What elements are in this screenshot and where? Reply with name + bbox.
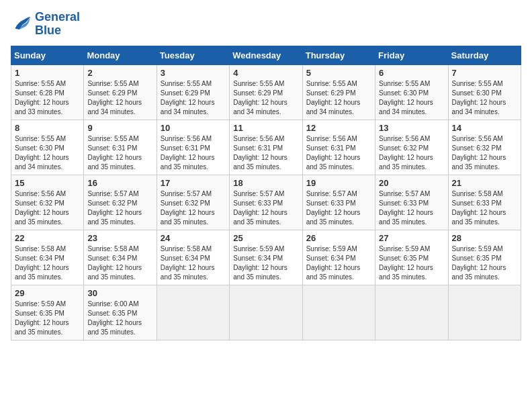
empty-cell — [375, 285, 448, 340]
day-info: Sunrise: 5:58 AMSunset: 6:34 PMDaylight:… — [87, 245, 142, 281]
calendar-day-4: 4 Sunrise: 5:55 AMSunset: 6:29 PMDayligh… — [230, 64, 302, 120]
calendar-day-25: 25 Sunrise: 5:59 AMSunset: 6:34 PMDaylig… — [230, 230, 302, 285]
calendar-day-10: 10 Sunrise: 5:56 AMSunset: 6:31 PMDaylig… — [157, 120, 229, 175]
weekday-header-friday: Friday — [375, 46, 448, 64]
day-number: 20 — [379, 178, 444, 188]
day-info: Sunrise: 5:56 AMSunset: 6:32 PMDaylight:… — [379, 135, 433, 171]
day-number: 16 — [87, 178, 152, 188]
weekday-header-thursday: Thursday — [302, 46, 375, 64]
day-number: 30 — [87, 288, 152, 298]
day-info: Sunrise: 5:55 AMSunset: 6:30 PMDaylight:… — [379, 80, 433, 116]
day-info: Sunrise: 5:55 AMSunset: 6:29 PMDaylight:… — [161, 80, 215, 116]
calendar-day-12: 12 Sunrise: 5:56 AMSunset: 6:31 PMDaylig… — [302, 120, 375, 175]
calendar-day-28: 28 Sunrise: 5:59 AMSunset: 6:35 PMDaylig… — [448, 230, 521, 285]
day-number: 9 — [87, 123, 152, 133]
day-number: 25 — [233, 233, 298, 243]
calendar-day-9: 9 Sunrise: 5:55 AMSunset: 6:31 PMDayligh… — [84, 120, 157, 175]
day-number: 14 — [452, 123, 517, 133]
calendar-day-3: 3 Sunrise: 5:55 AMSunset: 6:29 PMDayligh… — [157, 64, 229, 120]
day-info: Sunrise: 5:57 AMSunset: 6:33 PMDaylight:… — [379, 190, 433, 226]
day-number: 18 — [233, 178, 298, 188]
calendar-day-23: 23 Sunrise: 5:58 AMSunset: 6:34 PMDaylig… — [84, 230, 157, 285]
day-number: 15 — [15, 178, 80, 188]
day-info: Sunrise: 5:58 AMSunset: 6:34 PMDaylight:… — [161, 245, 215, 281]
day-info: Sunrise: 5:59 AMSunset: 6:34 PMDaylight:… — [306, 245, 361, 281]
day-info: Sunrise: 5:57 AMSunset: 6:33 PMDaylight:… — [233, 190, 287, 226]
calendar-day-26: 26 Sunrise: 5:59 AMSunset: 6:34 PMDaylig… — [302, 230, 375, 285]
day-number: 10 — [161, 123, 226, 133]
empty-cell — [230, 285, 302, 340]
day-number: 7 — [452, 68, 517, 78]
day-info: Sunrise: 5:55 AMSunset: 6:30 PMDaylight:… — [15, 135, 69, 171]
day-number: 4 — [233, 68, 298, 78]
calendar-day-21: 21 Sunrise: 5:58 AMSunset: 6:33 PMDaylig… — [448, 175, 521, 230]
day-info: Sunrise: 5:56 AMSunset: 6:31 PMDaylight:… — [233, 135, 287, 171]
logo-icon — [11, 13, 32, 35]
day-info: Sunrise: 5:56 AMSunset: 6:32 PMDaylight:… — [15, 190, 69, 226]
calendar-day-6: 6 Sunrise: 5:55 AMSunset: 6:30 PMDayligh… — [375, 64, 448, 120]
calendar-day-13: 13 Sunrise: 5:56 AMSunset: 6:32 PMDaylig… — [375, 120, 448, 175]
day-info: Sunrise: 5:57 AMSunset: 6:33 PMDaylight:… — [306, 190, 361, 226]
day-info: Sunrise: 5:59 AMSunset: 6:35 PMDaylight:… — [379, 245, 433, 281]
day-info: Sunrise: 5:55 AMSunset: 6:29 PMDaylight:… — [87, 80, 142, 116]
day-info: Sunrise: 5:55 AMSunset: 6:28 PMDaylight:… — [15, 80, 69, 116]
day-number: 29 — [15, 288, 80, 298]
empty-cell — [157, 285, 229, 340]
day-info: Sunrise: 5:59 AMSunset: 6:34 PMDaylight:… — [233, 245, 287, 281]
calendar-day-8: 8 Sunrise: 5:55 AMSunset: 6:30 PMDayligh… — [11, 120, 84, 175]
calendar-day-24: 24 Sunrise: 5:58 AMSunset: 6:34 PMDaylig… — [157, 230, 229, 285]
page-header: General Blue — [11, 11, 521, 38]
calendar-day-2: 2 Sunrise: 5:55 AMSunset: 6:29 PMDayligh… — [84, 64, 157, 120]
day-number: 23 — [87, 233, 152, 243]
day-number: 17 — [161, 178, 226, 188]
calendar-day-29: 29 Sunrise: 5:59 AMSunset: 6:35 PMDaylig… — [11, 285, 84, 340]
day-number: 13 — [379, 123, 444, 133]
day-info: Sunrise: 5:55 AMSunset: 6:30 PMDaylight:… — [452, 80, 506, 116]
day-number: 3 — [161, 68, 226, 78]
day-number: 26 — [306, 233, 371, 243]
calendar-day-19: 19 Sunrise: 5:57 AMSunset: 6:33 PMDaylig… — [302, 175, 375, 230]
calendar-day-16: 16 Sunrise: 5:57 AMSunset: 6:32 PMDaylig… — [84, 175, 157, 230]
calendar-table: SundayMondayTuesdayWednesdayThursdayFrid… — [11, 46, 521, 340]
weekday-header-tuesday: Tuesday — [157, 46, 229, 64]
calendar-day-14: 14 Sunrise: 5:56 AMSunset: 6:32 PMDaylig… — [448, 120, 521, 175]
day-info: Sunrise: 5:58 AMSunset: 6:34 PMDaylight:… — [15, 245, 69, 281]
day-info: Sunrise: 5:57 AMSunset: 6:32 PMDaylight:… — [87, 190, 142, 226]
day-number: 27 — [379, 233, 444, 243]
day-number: 12 — [306, 123, 371, 133]
day-number: 6 — [379, 68, 444, 78]
day-info: Sunrise: 5:58 AMSunset: 6:33 PMDaylight:… — [452, 190, 506, 226]
day-number: 5 — [306, 68, 371, 78]
day-info: Sunrise: 5:57 AMSunset: 6:32 PMDaylight:… — [161, 190, 215, 226]
day-number: 8 — [15, 123, 80, 133]
day-info: Sunrise: 5:59 AMSunset: 6:35 PMDaylight:… — [452, 245, 506, 281]
day-number: 28 — [452, 233, 517, 243]
calendar-day-18: 18 Sunrise: 5:57 AMSunset: 6:33 PMDaylig… — [230, 175, 302, 230]
weekday-header-sunday: Sunday — [11, 46, 84, 64]
empty-cell — [302, 285, 375, 340]
calendar-day-22: 22 Sunrise: 5:58 AMSunset: 6:34 PMDaylig… — [11, 230, 84, 285]
calendar-day-11: 11 Sunrise: 5:56 AMSunset: 6:31 PMDaylig… — [230, 120, 302, 175]
day-info: Sunrise: 5:59 AMSunset: 6:35 PMDaylight:… — [15, 300, 69, 336]
empty-cell — [448, 285, 521, 340]
weekday-header-monday: Monday — [84, 46, 157, 64]
calendar-day-7: 7 Sunrise: 5:55 AMSunset: 6:30 PMDayligh… — [448, 64, 521, 120]
weekday-header-saturday: Saturday — [448, 46, 521, 64]
day-number: 21 — [452, 178, 517, 188]
day-number: 1 — [15, 68, 80, 78]
calendar-day-5: 5 Sunrise: 5:55 AMSunset: 6:29 PMDayligh… — [302, 64, 375, 120]
day-number: 19 — [306, 178, 371, 188]
calendar-day-15: 15 Sunrise: 5:56 AMSunset: 6:32 PMDaylig… — [11, 175, 84, 230]
day-info: Sunrise: 5:55 AMSunset: 6:29 PMDaylight:… — [306, 80, 361, 116]
day-number: 2 — [87, 68, 152, 78]
calendar-day-17: 17 Sunrise: 5:57 AMSunset: 6:32 PMDaylig… — [157, 175, 229, 230]
day-number: 24 — [161, 233, 226, 243]
calendar-day-1: 1 Sunrise: 5:55 AMSunset: 6:28 PMDayligh… — [11, 64, 84, 120]
logo-text: General Blue — [35, 11, 80, 38]
day-info: Sunrise: 5:56 AMSunset: 6:31 PMDaylight:… — [306, 135, 361, 171]
day-info: Sunrise: 5:56 AMSunset: 6:32 PMDaylight:… — [452, 135, 506, 171]
day-number: 11 — [233, 123, 298, 133]
calendar-day-27: 27 Sunrise: 5:59 AMSunset: 6:35 PMDaylig… — [375, 230, 448, 285]
day-number: 22 — [15, 233, 80, 243]
day-info: Sunrise: 5:56 AMSunset: 6:31 PMDaylight:… — [161, 135, 215, 171]
